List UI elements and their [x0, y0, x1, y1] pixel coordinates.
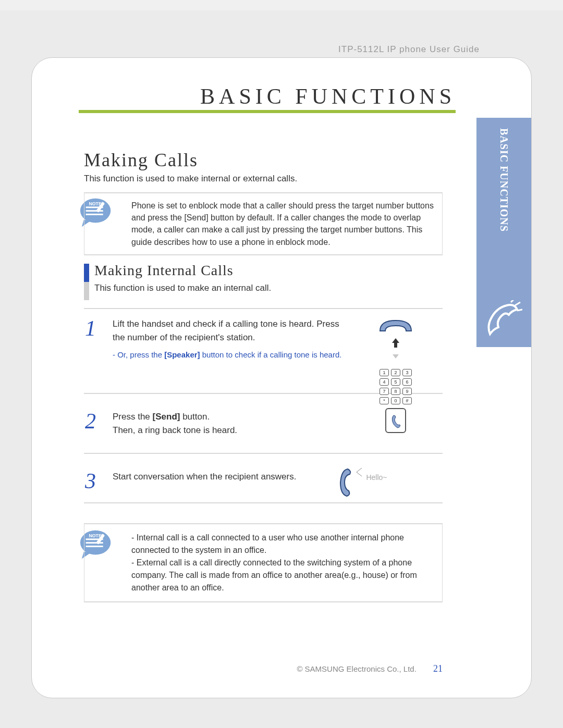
- send-glyph-icon: [390, 414, 403, 429]
- subsection-accent-bar: [84, 264, 89, 300]
- page-footer: © SAMSUNG Electronics Co., Ltd. 21: [84, 663, 443, 674]
- title-rule: [79, 110, 456, 113]
- svg-line-2: [517, 310, 522, 311]
- step-2: 2 Press the [Send] button. Then, a ring …: [84, 402, 443, 454]
- chapter-title: BASIC FUNCTIONS: [200, 84, 456, 109]
- step-3: 3 Start conversation when the recipient …: [84, 462, 443, 503]
- side-tab: BASIC FUNCTIONS: [476, 118, 531, 347]
- keypad-icon: 123 456 789 *0#: [380, 369, 412, 404]
- step-tip: - Or, press the [Speaker] button to chec…: [113, 349, 354, 360]
- copyright: © SAMSUNG Electronics Co., Ltd.: [297, 664, 416, 673]
- note-enblock-mode: Phone is set to enblock mode that a call…: [84, 192, 443, 255]
- svg-line-1: [515, 302, 520, 305]
- handset-icon: [377, 315, 414, 334]
- phone-ring-icon: [486, 300, 522, 342]
- page-frame: BASIC FUNCTIONS BASIC FUNCTIONS Making C…: [31, 57, 532, 698]
- handset-keypad-icon: 123 456 789 *0#: [359, 315, 432, 404]
- send-button-icon: [359, 408, 432, 437]
- side-tab-label: BASIC FUNCTIONS: [498, 128, 510, 232]
- step-number: 1: [85, 312, 96, 345]
- header-guide-label: ITP-5112L IP phone User Guide: [338, 44, 480, 55]
- step-1: 1 Lift the handset and check if a callin…: [84, 308, 443, 394]
- step-number: 3: [85, 465, 96, 498]
- section-title: Making Calls: [84, 149, 198, 171]
- step-number: 2: [85, 405, 96, 438]
- hello-label: Hello~: [366, 472, 387, 483]
- note-bullet: - Internal call is a call connected to a…: [131, 532, 434, 557]
- speech-mark-icon: [357, 468, 363, 476]
- section-desc: This function is used to make internal o…: [84, 174, 297, 184]
- step-text: Lift the handset and check if a calling …: [113, 317, 354, 344]
- svg-line-0: [511, 300, 515, 302]
- subsection-title: Making Internal Calls: [94, 262, 234, 279]
- subsection-desc: This function is used to make an interna…: [94, 283, 271, 293]
- page-number: 21: [433, 663, 443, 674]
- note-call-definitions: - Internal call is a call connected to a…: [84, 523, 443, 602]
- receiver-icon: Hello~: [338, 468, 411, 497]
- note-bullet: - External call is a call directly conne…: [131, 557, 434, 594]
- document-sheet: ITP-5112L IP phone User Guide BASIC FUNC…: [0, 10, 563, 728]
- step-text: Press the [Send] button. Then, a ring ba…: [113, 410, 354, 437]
- step-text: Start conversation when the recipient an…: [113, 470, 354, 484]
- arrow-up-icon: [392, 338, 399, 348]
- chevron-down-icon: [393, 354, 399, 359]
